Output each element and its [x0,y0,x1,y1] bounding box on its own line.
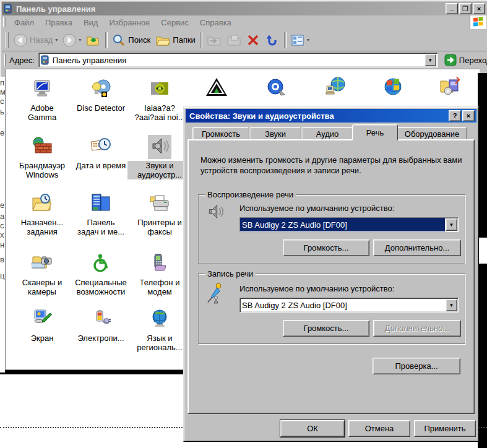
back-button[interactable]: Назад▾ [11,32,60,48]
firewall-icon [30,135,54,159]
m-triangle-icon [205,77,228,97]
chevron-down-icon: ▼ [449,222,454,228]
title-bar[interactable]: Панель управления _ ❐ × [2,2,486,15]
cancel-button[interactable]: Отмена [348,420,410,437]
recording-device-dropdown-button[interactable]: ▼ [446,299,457,311]
folder-clock-icon [30,192,54,216]
cp-icon-quicktime[interactable] [266,77,287,99]
cp-icon-windows-update[interactable] [382,76,404,99]
tab-speech[interactable]: Речь [352,124,398,140]
tab-hardware[interactable]: Оборудование [397,127,467,140]
apply-button[interactable]: Применить [414,420,476,437]
speech-description: Можно изменить громкость и другие параме… [200,155,463,176]
playback-device-select[interactable]: SB Audigy 2 ZS Audio [DF00] ▼ [239,217,459,232]
cp-icon-network-setup[interactable] [324,76,347,99]
icon-label: Adobe Gamma [10,103,74,122]
playback-group-title: Воспроизведение речи [205,190,296,199]
move-to-icon [207,33,222,47]
icon-label: Телефон и модем [127,278,192,296]
address-dropdown-button[interactable]: ▼ [425,54,436,66]
playback-volume-button[interactable]: Громкость... [283,239,369,256]
cp-icon-m-audio[interactable] [205,77,228,99]
address-grip [4,54,6,66]
dialog-close-button[interactable]: × [462,110,475,121]
playback-advanced-button[interactable]: Дополнительно... [373,239,461,256]
address-input[interactable]: Панель управления ▼ [38,53,438,67]
toolbar-separator [200,32,202,48]
menu-bar: Файл Правка Вид Избранное Сервис Справка [2,15,486,30]
tab-sounds[interactable]: Звуки [249,127,301,140]
control-panel-icon [40,55,50,65]
back-dropdown-icon[interactable]: ▾ [55,37,58,43]
cp-icon-scanners-cameras[interactable]: Сканеры и камеры [10,252,74,296]
copy-to-button[interactable] [224,32,244,48]
tab-strip: Громкость Звуки Аудио Речь Оборудование [192,127,467,140]
cp-icon-scheduled-tasks[interactable]: Назначен... задания [10,192,74,236]
move-to-button[interactable] [204,32,224,48]
cp-icon-power-options[interactable]: Электропи... [69,308,133,343]
cp-icon-accessibility[interactable]: Специальные возможности [69,252,133,296]
forward-button[interactable]: ▾ [60,32,84,48]
sounds-properties-dialog: Свойства: Звуки и аудиоустройства ? × Гр… [183,106,479,442]
dialog-help-button[interactable]: ? [449,110,461,121]
recording-device-select[interactable]: SB Audigy 2 ZS Audio [DF00] ▼ [239,298,459,312]
software-box-icon [439,76,462,97]
cp-icon-sounds-audio[interactable]: Звуки и аудиоустр... [127,135,192,179]
maximize-button[interactable]: ❐ [459,3,472,14]
windows-globe-icon [382,76,404,97]
undo-button[interactable] [262,32,282,48]
dialog-title-bar[interactable]: Свойства: Звуки и аудиоустройства ? × [186,109,476,123]
tab-audio[interactable]: Аудио [301,127,353,140]
playback-device-dropdown-button[interactable]: ▼ [446,218,457,231]
delete-button[interactable] [244,32,262,48]
camera-folder-icon [30,252,54,276]
views-icon [291,33,304,47]
cp-icon-regional-language[interactable]: Язык и региональ... [127,308,192,352]
go-button[interactable]: Переход [442,53,487,67]
icon-label: Дата и время [69,161,133,170]
microphone-icon [207,283,225,306]
cp-icon-taskbar-startmenu[interactable]: Панель задач и ме... [69,192,133,236]
go-icon [444,54,457,66]
recording-device-value: SB Audigy 2 ZS Audio [DF00] [240,298,445,312]
cp-icon-phone-modem[interactable]: Телефон и модем [127,252,192,296]
playback-group: Воспроизведение речи Используемое по умо… [198,194,465,264]
folder-up-icon [86,33,101,47]
recording-advanced-button[interactable]: Дополнительно... [373,320,461,337]
views-dropdown-icon[interactable]: ▾ [307,37,309,43]
ok-button[interactable]: ОК [280,420,345,437]
menu-file[interactable]: Файл [9,17,40,28]
menu-help[interactable]: Справка [194,17,237,28]
icon-label: Язык и региональ... [127,334,192,352]
folders-button[interactable]: Папки [153,32,198,48]
icon-label: Электропи... [69,334,133,343]
address-bar: Адрес: Панель управления ▼ Переход [2,51,486,69]
close-button[interactable]: × [473,3,485,14]
views-button[interactable]: ▾ [288,32,312,48]
menu-view[interactable]: Вид [78,17,104,28]
cp-icon-adobe-gamma[interactable]: Adobe Gamma [10,77,74,122]
test-hardware-button[interactable]: Проверка... [373,358,460,374]
forward-dropdown-icon[interactable]: ▾ [79,37,81,43]
battery-plug-icon [89,308,113,332]
icon-label: Iaiaa?a? ?aai?aai noi... [127,103,192,122]
tab-volume[interactable]: Громкость [192,127,249,140]
up-button[interactable] [84,32,103,48]
tab-panel-speech: Можно изменить громкость и другие параме… [187,139,475,414]
icon-label: Брандмауэр Windows [10,161,74,179]
cp-icon-display[interactable]: Экран [10,308,74,343]
cp-icon-nvidia-panel[interactable]: Iaiaa?a? ?aai?aai noi... [127,77,192,122]
search-button[interactable]: Поиск [110,32,153,48]
cp-icon-windows-firewall[interactable]: Брандмауэр Windows [10,135,74,179]
recording-volume-button[interactable]: Громкость... [283,320,369,337]
toolbar-separator [105,32,108,48]
menu-edit[interactable]: Правка [40,17,78,28]
cp-icon-add-remove[interactable] [439,76,462,99]
minimize-button[interactable]: _ [446,3,458,14]
cp-icon-date-time[interactable]: Дата и время [69,135,133,170]
menu-favorites[interactable]: Избранное [103,17,155,28]
menu-tools[interactable]: Сервис [155,17,194,28]
cp-icon-printers-faxes[interactable]: Принтеры и факсы [127,192,192,236]
address-label: Адрес: [8,56,38,65]
cp-icon-disc-detector[interactable]: Disc Detector [69,77,133,113]
